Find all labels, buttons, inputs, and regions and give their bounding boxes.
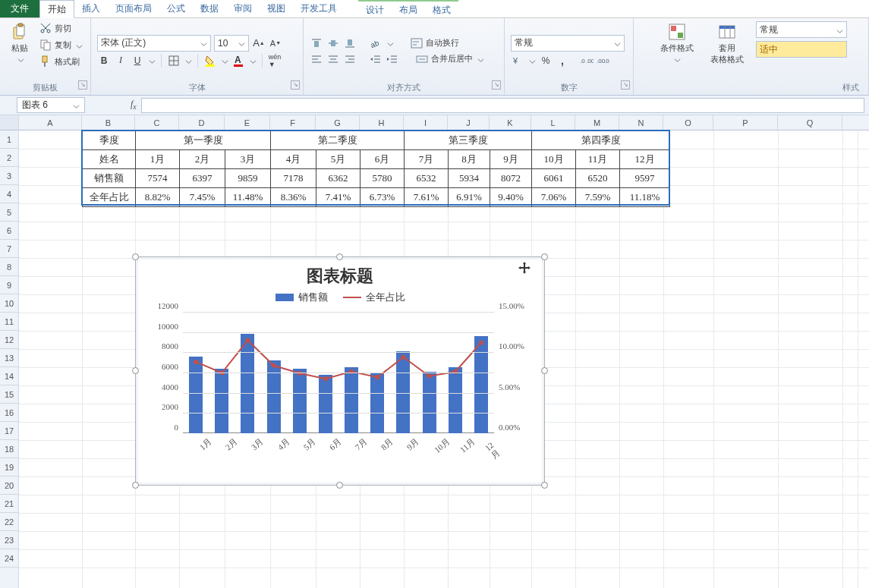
column-header[interactable]: M xyxy=(575,115,619,130)
row-header[interactable]: 20 xyxy=(0,476,18,495)
row-header[interactable]: 17 xyxy=(0,422,18,440)
cell[interactable]: 销售额 xyxy=(83,169,136,188)
cell[interactable]: 7.59% xyxy=(576,188,620,207)
shrink-font-button[interactable]: A▼ xyxy=(269,36,282,50)
increase-decimal-button[interactable]: .0.00 xyxy=(580,54,594,68)
align-middle-button[interactable] xyxy=(326,36,340,50)
y-axis-left[interactable]: 020004000600080001000012000 xyxy=(145,306,181,439)
cell[interactable]: 9.40% xyxy=(490,188,532,207)
cell-style-preview[interactable]: 适中 xyxy=(756,41,847,58)
column-header[interactable]: I xyxy=(404,115,448,130)
row-header[interactable]: 24 xyxy=(0,549,18,568)
row-header[interactable]: 22 xyxy=(0,513,18,531)
column-header[interactable]: A xyxy=(19,115,82,130)
cell[interactable]: 6061 xyxy=(532,169,576,188)
row-headers[interactable]: 123456789101112131415161718192021222324 xyxy=(0,115,19,588)
cell[interactable]: 10月 xyxy=(532,150,576,169)
wrap-text-button[interactable]: 自动换行 xyxy=(426,37,459,49)
row-header[interactable]: 18 xyxy=(0,440,18,458)
orientation-button[interactable]: ab xyxy=(369,36,383,50)
tab-chart-design[interactable]: 设计 xyxy=(358,2,392,17)
cell[interactable]: 6532 xyxy=(405,169,449,188)
font-name-combo[interactable]: 宋体 (正文) xyxy=(97,35,211,52)
row-header[interactable]: 11 xyxy=(0,313,18,331)
column-header[interactable]: E xyxy=(225,115,270,130)
column-header[interactable]: D xyxy=(179,115,225,130)
fx-icon[interactable]: fx xyxy=(131,99,137,111)
chart-title[interactable]: 图表标题 xyxy=(140,265,540,288)
increase-indent-button[interactable] xyxy=(386,52,399,66)
cell[interactable]: 6.91% xyxy=(449,188,490,207)
chevron-down-icon[interactable] xyxy=(222,57,228,64)
cell[interactable]: 7.06% xyxy=(532,188,576,207)
chevron-down-icon[interactable] xyxy=(387,39,394,46)
phonetic-button[interactable]: wén▼ xyxy=(268,54,282,68)
row-header[interactable]: 16 xyxy=(0,404,18,422)
chevron-down-icon[interactable] xyxy=(149,57,156,64)
cell-q4[interactable]: 第四季度 xyxy=(532,131,670,150)
chevron-down-icon[interactable] xyxy=(614,39,621,46)
cell-q1[interactable]: 第一季度 xyxy=(136,131,271,150)
dialog-launcher-icon[interactable]: ↘ xyxy=(291,80,300,90)
cut-button[interactable]: 剪切 xyxy=(38,21,84,35)
column-headers[interactable]: ABCDEFGHIJKLMNOPQ xyxy=(19,115,869,130)
format-as-table-button[interactable]: 套用 表格格式 xyxy=(706,21,748,67)
cell[interactable]: 3月 xyxy=(225,150,271,169)
paste-button[interactable]: 粘贴 xyxy=(6,21,33,80)
cell[interactable]: 11.48% xyxy=(225,188,271,207)
column-header[interactable]: N xyxy=(619,115,663,130)
column-header[interactable]: G xyxy=(316,115,360,130)
row-header[interactable]: 19 xyxy=(0,458,18,476)
chevron-down-icon[interactable] xyxy=(529,57,536,64)
chart-object[interactable]: 图表标题 销售额 全年占比 02000400060008000100001200… xyxy=(135,256,545,486)
tab-chart-layout[interactable]: 布局 xyxy=(392,2,425,17)
cell-q3[interactable]: 第三季度 xyxy=(405,131,532,150)
cell[interactable]: 7.45% xyxy=(180,188,225,207)
column-header[interactable]: Q xyxy=(778,115,842,130)
chart-plot-area[interactable]: 020004000600080001000012000 0.00%5.00%10… xyxy=(183,312,494,433)
align-bottom-button[interactable] xyxy=(343,36,357,50)
row-header[interactable]: 21 xyxy=(0,495,18,513)
row-header[interactable]: 3 xyxy=(0,167,18,185)
align-left-button[interactable] xyxy=(310,52,323,66)
cell-quarter-header[interactable]: 季度 xyxy=(83,131,136,150)
tab-formulas[interactable]: 公式 xyxy=(159,0,193,17)
row-header[interactable]: 23 xyxy=(0,531,18,549)
select-all-corner[interactable] xyxy=(0,115,18,130)
cell[interactable]: 8072 xyxy=(490,169,532,188)
cell[interactable]: 11月 xyxy=(576,150,620,169)
cell[interactable]: 1月 xyxy=(136,150,180,169)
dialog-launcher-icon[interactable]: ↘ xyxy=(492,80,501,90)
cell[interactable]: 7178 xyxy=(271,169,316,188)
chevron-down-icon[interactable] xyxy=(477,55,484,62)
decrease-indent-button[interactable] xyxy=(369,52,383,66)
cell[interactable]: 9597 xyxy=(620,169,670,188)
chevron-down-icon[interactable] xyxy=(73,102,80,108)
chevron-down-icon[interactable] xyxy=(200,39,207,46)
row-header[interactable]: 6 xyxy=(0,222,18,240)
cell[interactable]: 7.61% xyxy=(405,188,449,207)
align-top-button[interactable] xyxy=(310,36,323,50)
column-header[interactable]: J xyxy=(448,115,490,130)
borders-button[interactable] xyxy=(167,54,181,68)
cell[interactable]: 5月 xyxy=(316,150,361,169)
cell[interactable]: 6397 xyxy=(180,169,225,188)
accounting-format-button[interactable]: ¥ xyxy=(511,54,524,68)
percent-button[interactable]: % xyxy=(539,54,553,68)
column-header[interactable]: F xyxy=(270,115,316,130)
cell[interactable]: 8月 xyxy=(449,150,490,169)
align-right-button[interactable] xyxy=(343,52,357,66)
cell[interactable]: 2月 xyxy=(180,150,225,169)
italic-button[interactable]: I xyxy=(114,54,128,68)
chevron-down-icon[interactable] xyxy=(250,57,257,64)
underline-button[interactable]: U xyxy=(131,54,144,68)
x-axis[interactable]: 1月2月3月4月5月6月7月8月9月10月11月12月 xyxy=(183,433,494,464)
cell[interactable]: 8.36% xyxy=(271,188,316,207)
chevron-down-icon[interactable] xyxy=(238,39,245,46)
formula-input[interactable] xyxy=(141,98,864,113)
name-box[interactable]: 图表 6 xyxy=(17,97,85,113)
column-header[interactable]: H xyxy=(360,115,404,130)
copy-button[interactable]: 复制 xyxy=(38,38,84,52)
cell-style-group-combo[interactable]: 常规 xyxy=(756,21,847,38)
cell[interactable]: 6362 xyxy=(316,169,361,188)
